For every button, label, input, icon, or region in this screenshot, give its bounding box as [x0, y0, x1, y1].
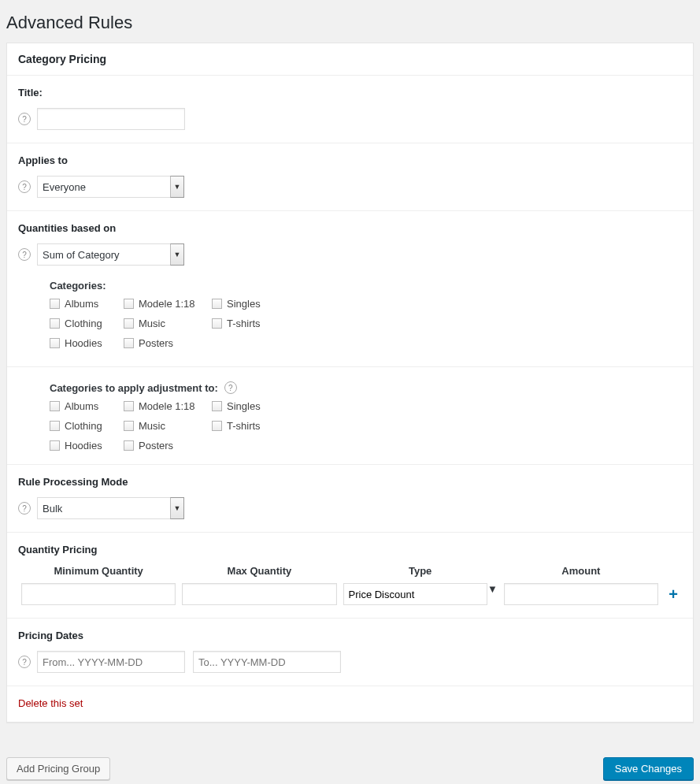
checkbox-icon[interactable] — [212, 299, 222, 309]
checkbox-label: T-shirts — [227, 318, 261, 329]
category-checkbox-posters[interactable]: Posters — [124, 440, 210, 451]
dates-label: Pricing Dates — [18, 630, 682, 641]
chevron-down-icon[interactable]: ▼ — [170, 497, 184, 519]
checkbox-icon[interactable] — [124, 299, 134, 309]
category-checkbox-posters[interactable]: Posters — [124, 337, 210, 349]
categories-label: Categories: — [50, 280, 682, 292]
section-quantities: Quantities based on ? Sum of Category ▼ … — [7, 211, 693, 465]
col-max: Max Quantity — [182, 565, 336, 577]
max-qty-input[interactable] — [182, 583, 336, 605]
add-pricing-group-button[interactable]: Add Pricing Group — [6, 757, 110, 780]
chevron-down-icon[interactable]: ▼ — [170, 243, 184, 266]
help-icon[interactable]: ? — [18, 656, 31, 668]
checkbox-icon[interactable] — [124, 318, 134, 329]
quantities-label: Quantities based on — [18, 222, 682, 234]
checkbox-icon[interactable] — [50, 440, 60, 451]
title-label: Title: — [18, 87, 682, 98]
help-icon[interactable]: ? — [18, 113, 31, 125]
category-checkbox-modele-1-18[interactable]: Modele 1:18 — [124, 400, 210, 412]
checkbox-icon[interactable] — [212, 318, 222, 329]
apply-to-block: Categories to apply adjustment to: ? Alb… — [7, 366, 693, 451]
category-checkbox-albums[interactable]: Albums — [50, 400, 122, 412]
category-pricing-panel: Category Pricing Title: ? Applies to ? E… — [6, 43, 694, 723]
checkbox-label: Singles — [227, 400, 261, 412]
section-title: Title: ? — [7, 76, 693, 143]
categories-block: Categories: AlbumsModele 1:18SinglesClot… — [50, 280, 682, 349]
category-checkbox-singles[interactable]: Singles — [212, 400, 284, 412]
help-icon[interactable]: ? — [224, 381, 237, 394]
category-checkbox-t-shirts[interactable]: T-shirts — [212, 318, 284, 329]
applies-to-select[interactable]: Everyone — [37, 176, 171, 198]
checkbox-icon[interactable] — [124, 440, 134, 451]
help-icon[interactable]: ? — [18, 502, 31, 515]
col-amount: Amount — [504, 565, 682, 577]
section-delete: Delete this set — [7, 686, 693, 722]
category-checkbox-albums[interactable]: Albums — [50, 298, 122, 310]
checkbox-label: T-shirts — [227, 420, 261, 432]
category-checkbox-hoodies[interactable]: Hoodies — [50, 440, 122, 451]
checkbox-label: Hoodies — [65, 337, 102, 349]
checkbox-label: Hoodies — [65, 440, 102, 451]
apply-to-label: Categories to apply adjustment to: — [50, 382, 218, 394]
processing-select[interactable]: Bulk — [37, 497, 171, 519]
quantities-select[interactable]: Sum of Category — [37, 243, 171, 266]
checkbox-label: Clothing — [65, 318, 102, 329]
help-icon[interactable]: ? — [18, 180, 31, 193]
category-checkbox-hoodies[interactable]: Hoodies — [50, 337, 122, 349]
checkbox-label: Posters — [139, 337, 173, 349]
pricing-row: Price Discount ▼ + — [18, 583, 682, 605]
col-min: Minimum Quantity — [21, 565, 176, 577]
section-pricing-dates: Pricing Dates ? — [7, 619, 693, 686]
category-checkbox-clothing[interactable]: Clothing — [50, 420, 122, 432]
checkbox-icon[interactable] — [124, 421, 134, 431]
delete-set-link[interactable]: Delete this set — [18, 697, 83, 709]
title-input[interactable] — [37, 108, 185, 130]
category-checkbox-modele-1-18[interactable]: Modele 1:18 — [124, 298, 210, 310]
checkbox-icon[interactable] — [212, 401, 222, 411]
amount-input[interactable] — [504, 583, 658, 605]
checkbox-label: Posters — [139, 440, 173, 451]
checkbox-label: Albums — [65, 298, 98, 310]
type-select[interactable]: Price Discount — [343, 583, 487, 605]
pricing-label: Quantity Pricing — [18, 544, 682, 555]
checkbox-icon[interactable] — [50, 401, 60, 411]
checkbox-label: Singles — [227, 298, 261, 310]
section-processing-mode: Rule Processing Mode ? Bulk ▼ — [7, 465, 693, 533]
col-type: Type — [343, 565, 498, 577]
page-title: Advanced Rules — [6, 6, 694, 43]
checkbox-icon[interactable] — [50, 318, 60, 329]
min-qty-input[interactable] — [21, 583, 176, 605]
chevron-down-icon[interactable]: ▼ — [170, 176, 184, 198]
chevron-down-icon[interactable]: ▼ — [487, 583, 498, 605]
date-to-input[interactable] — [193, 651, 341, 673]
category-checkbox-music[interactable]: Music — [124, 318, 210, 329]
checkbox-icon[interactable] — [124, 401, 134, 411]
checkbox-icon[interactable] — [124, 338, 134, 348]
checkbox-icon[interactable] — [212, 421, 222, 431]
section-quantity-pricing: Quantity Pricing Minimum Quantity Max Qu… — [7, 533, 693, 619]
checkbox-label: Modele 1:18 — [139, 400, 195, 412]
checkbox-label: Albums — [65, 400, 98, 412]
section-applies-to: Applies to ? Everyone ▼ — [7, 143, 693, 211]
help-icon[interactable]: ? — [18, 248, 31, 261]
applies-to-label: Applies to — [18, 154, 682, 166]
checkbox-icon[interactable] — [50, 299, 60, 309]
save-changes-button[interactable]: Save Changes — [603, 757, 694, 780]
checkbox-label: Clothing — [65, 420, 102, 432]
checkbox-label: Music — [139, 420, 165, 432]
category-checkbox-t-shirts[interactable]: T-shirts — [212, 420, 284, 432]
panel-header: Category Pricing — [7, 43, 693, 76]
checkbox-icon[interactable] — [50, 338, 60, 348]
checkbox-label: Modele 1:18 — [139, 298, 195, 310]
add-row-icon[interactable]: + — [665, 585, 682, 604]
date-from-input[interactable] — [37, 651, 185, 673]
processing-label: Rule Processing Mode — [18, 476, 682, 488]
checkbox-label: Music — [139, 318, 165, 329]
category-checkbox-clothing[interactable]: Clothing — [50, 318, 122, 329]
category-checkbox-music[interactable]: Music — [124, 420, 210, 432]
category-checkbox-singles[interactable]: Singles — [212, 298, 284, 310]
checkbox-icon[interactable] — [50, 421, 60, 431]
